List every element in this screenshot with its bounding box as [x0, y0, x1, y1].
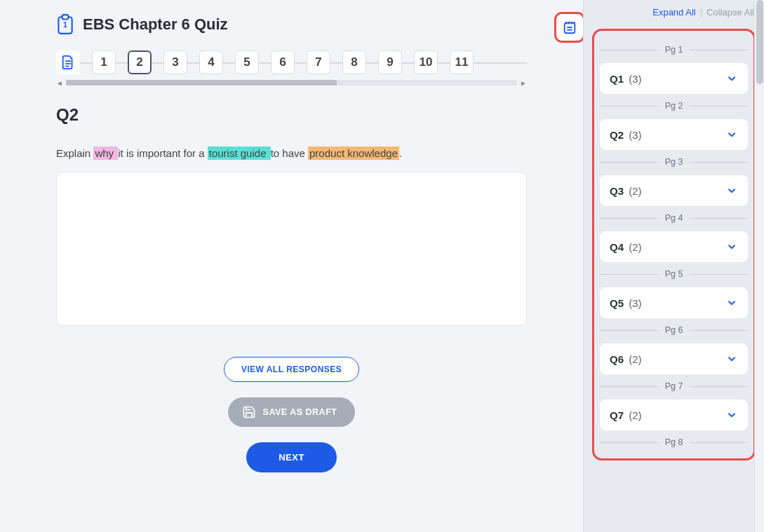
quiz-title: EBS Chapter 6 Quiz — [83, 15, 228, 34]
q-count: (2) — [626, 353, 642, 365]
qt-part: Explain — [56, 147, 93, 159]
main-content: 1 EBS Chapter 6 Quiz 1234567891011 ◄ — [0, 0, 583, 532]
q-label: Q5 — [610, 297, 624, 309]
q-label: Q6 — [610, 353, 624, 365]
qt-part: it is important for a — [118, 147, 208, 159]
q-count: (3) — [626, 73, 642, 85]
notes-toggle-button[interactable] — [556, 14, 583, 41]
page-nav-7[interactable]: 7 — [307, 50, 330, 74]
document-icon — [61, 55, 75, 70]
page-navigator: 1234567891011 ◄ ► — [56, 50, 527, 87]
clipboard-icon: 1 — [56, 14, 74, 35]
page-list: 1234567891011 — [56, 50, 527, 79]
chevron-down-icon — [725, 72, 738, 85]
divider: | — [700, 7, 702, 18]
page-separator: Pg 8 — [600, 437, 748, 447]
page-nav-8[interactable]: 8 — [342, 50, 366, 74]
save-draft-button[interactable]: SAVE AS DRAFT — [228, 397, 356, 427]
svg-rect-1 — [62, 15, 69, 19]
qt-part: . — [399, 147, 402, 159]
q-count: (3) — [626, 129, 642, 141]
page-nav-9[interactable]: 9 — [378, 50, 402, 74]
chevron-down-icon — [725, 353, 738, 365]
title-row: 1 EBS Chapter 6 Quiz — [56, 14, 527, 35]
page-nav-11[interactable]: 11 — [450, 50, 474, 74]
question-card-q6[interactable]: Q6 (2) — [600, 343, 748, 374]
svg-text:1: 1 — [63, 20, 67, 29]
page-separator: Pg 3 — [600, 157, 748, 167]
page-overview-button[interactable] — [56, 50, 80, 74]
page-separator: Pg 7 — [600, 381, 748, 391]
question-card-q3[interactable]: Q3 (2) — [600, 175, 748, 206]
answer-textarea[interactable] — [56, 172, 527, 326]
action-buttons: VIEW ALL RESPONSES SAVE AS DRAFT NEXT — [56, 357, 527, 472]
question-heading: Q2 — [56, 105, 527, 125]
save-icon — [242, 405, 256, 419]
q-count: (3) — [626, 297, 642, 309]
page-separator: Pg 1 — [600, 45, 748, 55]
q-label: Q1 — [610, 73, 624, 85]
question-text: Explain why it is important for a touris… — [56, 146, 527, 162]
sidebar-scroll-thumb[interactable] — [756, 0, 763, 84]
chevron-down-icon — [725, 128, 738, 141]
pager-scrollbar[interactable]: ◄ ► — [56, 79, 527, 87]
question-card-q4[interactable]: Q4 (2) — [600, 231, 748, 262]
q-count: (2) — [626, 185, 642, 197]
highlight-product-knowledge: product knowledge — [308, 146, 399, 160]
question-list-highlight: Pg 1Q1 (3)Pg 2Q2 (3)Pg 3Q3 (2)Pg 4Q4 (2)… — [592, 29, 756, 461]
q-label: Q4 — [610, 241, 624, 253]
qt-part: to have — [271, 147, 308, 159]
chevron-down-icon — [725, 296, 738, 309]
page-separator: Pg 6 — [600, 325, 748, 335]
question-card-q2[interactable]: Q2 (3) — [600, 119, 748, 150]
q-label: Q7 — [610, 409, 624, 421]
scroll-thumb[interactable] — [66, 80, 337, 86]
scroll-track[interactable] — [66, 80, 517, 86]
expand-all-link[interactable]: Expand All — [652, 7, 695, 18]
page-nav-2[interactable]: 2 — [128, 50, 152, 74]
sidebar-scrollbar[interactable] — [754, 0, 764, 532]
chevron-down-icon — [725, 184, 738, 197]
scroll-left-arrow[interactable]: ◄ — [56, 79, 63, 87]
page-separator: Pg 4 — [600, 213, 748, 223]
page-nav-10[interactable]: 10 — [414, 50, 438, 74]
page-nav-1[interactable]: 1 — [92, 50, 116, 74]
question-sidebar: Expand All | Collapse All Pg 1Q1 (3)Pg 2… — [583, 0, 764, 532]
chevron-down-icon — [725, 240, 738, 253]
q-label: Q2 — [610, 129, 624, 141]
q-label: Q3 — [610, 185, 624, 197]
page-separator: Pg 2 — [600, 101, 748, 111]
chevron-down-icon — [725, 409, 738, 421]
save-draft-label: SAVE AS DRAFT — [263, 407, 337, 417]
sidebar-controls: Expand All | Collapse All — [584, 0, 764, 22]
sidebar-scroll-area[interactable]: Pg 1Q1 (3)Pg 2Q2 (3)Pg 3Q3 (2)Pg 4Q4 (2)… — [584, 22, 764, 532]
page-nav-4[interactable]: 4 — [199, 50, 223, 74]
q-count: (2) — [626, 409, 642, 421]
next-button[interactable]: NEXT — [246, 442, 337, 472]
question-card-q1[interactable]: Q1 (3) — [600, 63, 748, 94]
view-all-responses-button[interactable]: VIEW ALL RESPONSES — [224, 357, 360, 382]
page-nav-3[interactable]: 3 — [163, 50, 187, 74]
question-card-q5[interactable]: Q5 (3) — [600, 287, 748, 318]
notepad-icon — [562, 20, 577, 35]
scroll-right-arrow[interactable]: ► — [520, 79, 527, 87]
collapse-all-link[interactable]: Collapse All — [706, 7, 754, 18]
q-count: (2) — [626, 241, 642, 253]
question-card-q7[interactable]: Q7 (2) — [600, 400, 748, 430]
page-nav-5[interactable]: 5 — [235, 50, 259, 74]
highlight-tourist-guide: tourist guide — [208, 146, 271, 160]
page-nav-6[interactable]: 6 — [271, 50, 295, 74]
page-separator: Pg 5 — [600, 269, 748, 279]
highlight-why: why — [93, 146, 118, 160]
